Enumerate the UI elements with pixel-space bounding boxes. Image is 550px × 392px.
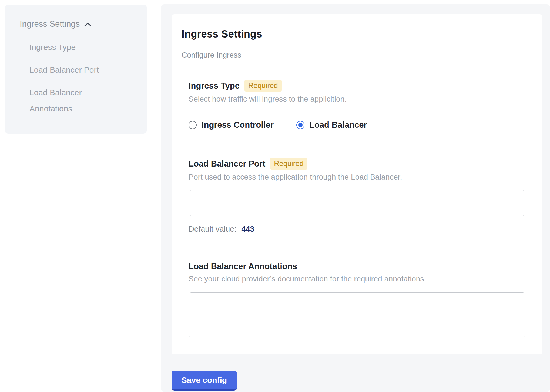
field-title-load-balancer-annotations: Load Balancer Annotations <box>189 262 297 271</box>
field-description-load-balancer-annotations: See your cloud provider’s documentation … <box>189 275 525 283</box>
field-title-row: Ingress Type Required <box>189 80 525 92</box>
field-load-balancer-port: Load Balancer Port Required Port used to… <box>189 158 525 234</box>
load-balancer-radio[interactable] <box>296 121 304 129</box>
ingress-type-radio-group: Ingress Controller Load Balancer <box>189 120 525 130</box>
radio-option-ingress-controller[interactable]: Ingress Controller <box>189 120 274 130</box>
field-description-load-balancer-port: Port used to access the application thro… <box>189 173 525 181</box>
required-badge: Required <box>270 158 307 170</box>
field-title-ingress-type: Ingress Type <box>189 81 240 91</box>
default-value: 443 <box>241 225 254 233</box>
ingress-controller-radio[interactable] <box>189 121 197 129</box>
sidebar-section-ingress-settings[interactable]: Ingress Settings <box>20 16 139 32</box>
save-config-button[interactable]: Save config <box>172 371 237 391</box>
default-value-line: Default value: 443 <box>189 225 525 234</box>
default-value-label: Default value: <box>189 225 236 233</box>
field-load-balancer-annotations: Load Balancer Annotations See your cloud… <box>189 262 525 337</box>
radio-option-load-balancer[interactable]: Load Balancer <box>296 120 367 130</box>
sidebar-item-ingress-type[interactable]: Ingress Type <box>29 39 113 55</box>
ingress-settings-card: Ingress Settings Configure Ingress Ingre… <box>172 14 542 354</box>
field-description-ingress-type: Select how traffic will ingress to the a… <box>189 95 525 103</box>
sidebar: Ingress Settings Ingress Type Load Balan… <box>5 5 147 134</box>
main-panel: Ingress Settings Configure Ingress Ingre… <box>161 4 550 392</box>
load-balancer-port-input[interactable] <box>189 190 525 216</box>
sidebar-nav: Ingress Type Load Balancer Port Load Bal… <box>20 39 139 117</box>
sidebar-item-load-balancer-port[interactable]: Load Balancer Port <box>29 62 113 78</box>
load-balancer-annotations-textarea[interactable] <box>189 292 525 337</box>
page-title: Ingress Settings <box>182 28 525 40</box>
chevron-up-icon <box>84 22 92 27</box>
radio-label-load-balancer: Load Balancer <box>309 120 367 130</box>
field-title-load-balancer-port: Load Balancer Port <box>189 159 265 169</box>
sidebar-item-load-balancer-annotations[interactable]: Load Balancer Annotations <box>29 85 113 117</box>
field-ingress-type: Ingress Type Required Select how traffic… <box>189 80 525 130</box>
card-header: Ingress Settings Configure Ingress <box>182 28 525 59</box>
radio-label-ingress-controller: Ingress Controller <box>202 120 274 130</box>
sidebar-section-label: Ingress Settings <box>20 16 80 32</box>
field-title-row: Load Balancer Port Required <box>189 158 525 170</box>
field-title-row: Load Balancer Annotations <box>189 262 525 271</box>
required-badge: Required <box>244 80 282 92</box>
page-subtitle: Configure Ingress <box>182 51 525 59</box>
